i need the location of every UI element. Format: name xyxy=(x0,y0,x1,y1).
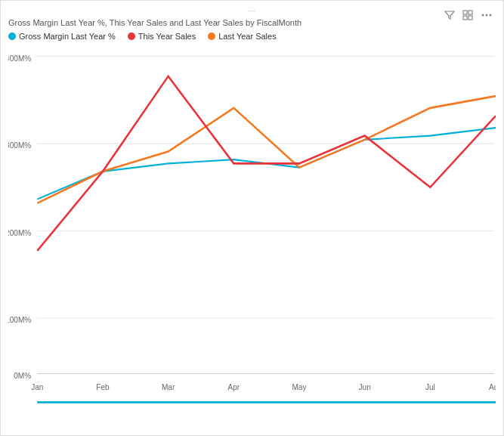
y-label-400: 400M% xyxy=(8,54,31,63)
svg-rect-3 xyxy=(468,16,472,20)
expand-button[interactable] xyxy=(461,8,475,24)
filter-button[interactable] xyxy=(443,8,456,24)
y-label-0: 0M% xyxy=(14,372,31,380)
y-label-300: 300M% xyxy=(8,141,31,150)
x-label-may: May xyxy=(292,382,307,391)
legend-item-this-year: This Year Sales xyxy=(128,32,196,41)
svg-rect-2 xyxy=(463,16,467,20)
legend-dot-this-year xyxy=(128,32,135,40)
chart-title: Gross Margin Last Year %, This Year Sale… xyxy=(8,18,496,27)
x-label-feb: Feb xyxy=(96,382,110,391)
y-label-100: 100M% xyxy=(8,316,31,324)
chart-legend: Gross Margin Last Year % This Year Sales… xyxy=(8,32,496,41)
svg-point-6 xyxy=(490,14,492,17)
x-label-aug: Aug xyxy=(489,382,496,391)
x-label-jul: Jul xyxy=(425,382,435,391)
legend-label-this-year: This Year Sales xyxy=(138,32,196,41)
legend-item-gross-margin: Gross Margin Last Year % xyxy=(8,32,116,41)
drag-handle[interactable]: ⋯ xyxy=(8,7,496,15)
y-label-200: 200M% xyxy=(8,229,31,237)
line-last-year-sales xyxy=(37,96,496,203)
x-label-apr: Apr xyxy=(227,382,240,391)
legend-label-gross-margin: Gross Margin Last Year % xyxy=(19,32,116,41)
legend-label-last-year: Last Year Sales xyxy=(218,32,276,41)
legend-item-last-year: Last Year Sales xyxy=(208,32,276,41)
legend-dot-gross-margin xyxy=(8,32,16,40)
chart-svg: 400M% 300M% 200M% 100M% 0M% Jan Feb Mar … xyxy=(8,47,496,412)
chart-area: 400M% 300M% 200M% 100M% 0M% Jan Feb Mar … xyxy=(8,47,496,412)
x-label-mar: Mar xyxy=(162,382,175,391)
x-label-jan: Jan xyxy=(31,382,44,391)
svg-rect-1 xyxy=(468,11,472,14)
more-icon xyxy=(481,10,493,20)
svg-point-4 xyxy=(482,14,484,17)
drag-handle-icon: ⋯ xyxy=(248,7,257,15)
legend-dot-last-year xyxy=(208,32,215,40)
filter-icon xyxy=(444,10,455,20)
expand-icon xyxy=(462,10,473,20)
svg-rect-0 xyxy=(463,11,467,14)
x-label-jun: Jun xyxy=(359,382,372,391)
svg-point-5 xyxy=(486,14,488,17)
line-this-year-sales xyxy=(37,76,496,251)
chart-container: ⋯ Gross Margin Last Year %, This Year Sa… xyxy=(0,0,504,436)
toolbar xyxy=(443,8,494,24)
more-button[interactable] xyxy=(479,8,494,24)
